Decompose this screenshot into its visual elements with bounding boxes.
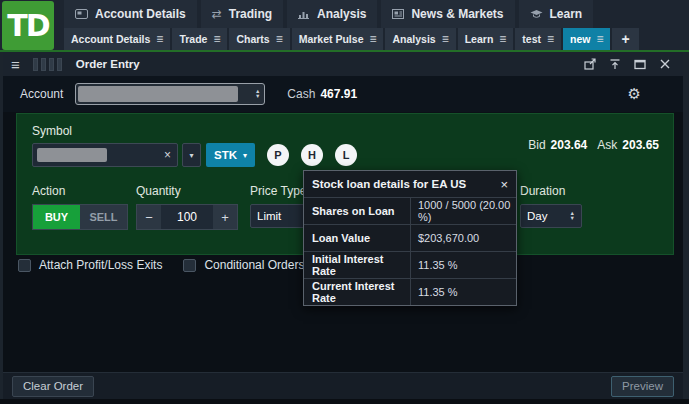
panel-menu-icon[interactable]: ≡ xyxy=(11,56,20,73)
menu-label: Learn xyxy=(550,7,583,21)
preview-button[interactable]: Preview xyxy=(611,376,674,397)
instrument-type-value: STK xyxy=(214,149,237,161)
menu-news-markets[interactable]: News & Markets xyxy=(381,0,514,28)
close-icon[interactable] xyxy=(655,56,675,73)
h-button[interactable]: H xyxy=(301,144,323,166)
cash-value: 467.91 xyxy=(320,87,357,101)
titlebar-controls xyxy=(580,56,683,73)
action-label: Action xyxy=(32,184,128,198)
sell-button[interactable]: SELL xyxy=(80,205,127,229)
quantity-value[interactable]: 100 xyxy=(161,205,213,229)
menu-label: Trading xyxy=(229,7,272,21)
popup-row-shares: Shares on Loan 1000 / 5000 (20.00 %) xyxy=(304,197,516,224)
app-window: Account Details ⇄ Trading Analysis News … xyxy=(0,0,689,404)
attach-exits-option[interactable]: Attach Profit/Loss Exits xyxy=(18,258,162,272)
tab-menu-icon[interactable]: ≡ xyxy=(499,32,506,46)
popup-row-label: Initial Interest Rate xyxy=(304,253,410,277)
duration-value: Day xyxy=(527,210,547,222)
buy-button[interactable]: BUY xyxy=(33,205,80,229)
menu-trading[interactable]: ⇄ Trading xyxy=(201,0,283,28)
account-value-redacted xyxy=(78,86,238,102)
menu-account-details[interactable]: Account Details xyxy=(64,0,197,28)
tab-label: test xyxy=(522,33,541,45)
maximize-icon[interactable] xyxy=(630,56,650,73)
symbol-dropdown-icon[interactable]: ▾ xyxy=(182,143,201,167)
instrument-type-dropdown[interactable]: STK ▾ xyxy=(206,143,255,167)
menu-learn[interactable]: Learn xyxy=(519,0,594,28)
drag-grip-handle[interactable] xyxy=(33,58,62,71)
attach-exits-checkbox[interactable] xyxy=(18,259,31,272)
popup-row-label: Loan Value xyxy=(304,232,410,244)
tab-account-details[interactable]: Account Details ≡ xyxy=(64,28,170,50)
symbol-label: Symbol xyxy=(32,124,72,138)
tab-new-active[interactable]: new ≡ xyxy=(563,28,610,50)
conditional-orders-checkbox[interactable] xyxy=(183,259,196,272)
popup-close-icon[interactable]: × xyxy=(500,177,508,192)
tab-market-pulse[interactable]: Market Pulse ≡ xyxy=(292,28,384,50)
duration-label: Duration xyxy=(520,184,582,198)
tab-trade[interactable]: Trade ≡ xyxy=(172,28,227,50)
learn-icon xyxy=(530,9,543,19)
menu-analysis[interactable]: Analysis xyxy=(287,0,377,28)
quantity-plus-button[interactable]: + xyxy=(213,205,237,229)
tab-menu-icon[interactable]: ≡ xyxy=(156,32,163,46)
tab-menu-icon[interactable]: ≡ xyxy=(369,32,376,46)
tab-learn[interactable]: Learn ≡ xyxy=(458,28,514,50)
stock-loan-popup: Stock loan details for EA US × Shares on… xyxy=(303,170,517,306)
account-spinner-icon[interactable]: ▲▼ xyxy=(255,89,264,100)
gear-icon[interactable]: ⚙ xyxy=(628,85,641,103)
quantity-minus-button[interactable]: − xyxy=(137,205,161,229)
tab-menu-icon[interactable]: ≡ xyxy=(442,32,449,46)
news-icon xyxy=(392,9,404,19)
l-button[interactable]: L xyxy=(335,144,357,166)
account-row: Account ▲▼ Cash467.91 ⚙ xyxy=(3,76,683,112)
tab-menu-icon[interactable]: ≡ xyxy=(596,32,603,46)
popout-icon[interactable] xyxy=(580,56,600,73)
cash-display: Cash467.91 xyxy=(287,87,357,101)
window-border-right xyxy=(683,52,689,399)
workspace-tabstrip: Account Details ≡ Trade ≡ Charts ≡ Marke… xyxy=(0,28,689,50)
tab-label: Market Pulse xyxy=(299,33,364,45)
conditional-orders-label: Conditional Orders xyxy=(204,258,304,272)
p-button[interactable]: P xyxy=(267,144,289,166)
analysis-icon xyxy=(298,9,310,19)
tab-menu-icon[interactable]: ≡ xyxy=(547,32,554,46)
tab-charts[interactable]: Charts ≡ xyxy=(229,28,289,50)
account-label: Account xyxy=(20,87,63,101)
tab-analysis[interactable]: Analysis ≡ xyxy=(385,28,455,50)
account-select[interactable]: ▲▼ xyxy=(75,83,265,105)
duration-spinner-icon: ▲▼ xyxy=(570,211,575,222)
popup-row-value: $203,670.00 xyxy=(410,225,516,251)
tab-label: new xyxy=(570,33,590,45)
add-tab-button[interactable]: + xyxy=(612,28,638,50)
bid-value: 203.64 xyxy=(551,138,588,152)
duration-group: Duration Day ▲▼ xyxy=(520,184,582,228)
caret-down-icon: ▾ xyxy=(243,151,247,160)
conditional-orders-option[interactable]: Conditional Orders xyxy=(183,258,304,272)
trading-icon: ⇄ xyxy=(212,7,222,21)
cash-label: Cash xyxy=(287,87,315,101)
popup-row-label: Shares on Loan xyxy=(304,205,410,217)
tab-menu-icon[interactable]: ≡ xyxy=(213,32,220,46)
bid-ask-display: Bid203.64Ask203.65 xyxy=(528,138,659,152)
symbol-input[interactable]: × xyxy=(32,143,178,167)
popup-row-value: 1000 / 5000 (20.00 %) xyxy=(410,198,516,224)
clear-order-button[interactable]: Clear Order xyxy=(12,376,94,397)
account-details-icon xyxy=(75,9,88,19)
popup-row-loan-value: Loan Value $203,670.00 xyxy=(304,224,516,251)
attach-exits-label: Attach Profit/Loss Exits xyxy=(39,258,162,272)
menu-label: Analysis xyxy=(317,7,366,21)
tab-label: Charts xyxy=(236,33,269,45)
plus-icon: + xyxy=(621,31,629,47)
quantity-label: Quantity xyxy=(136,184,238,198)
ask-label: Ask xyxy=(597,138,617,152)
symbol-value-redacted xyxy=(37,148,107,162)
tab-test[interactable]: test ≡ xyxy=(515,28,561,50)
duration-dropdown[interactable]: Day ▲▼ xyxy=(520,204,582,228)
popup-row-value: 11.35 % xyxy=(410,252,516,278)
pin-top-icon[interactable] xyxy=(605,56,625,73)
popup-title: Stock loan details for EA US xyxy=(312,178,466,190)
clear-symbol-icon[interactable]: × xyxy=(164,148,177,162)
tab-menu-icon[interactable]: ≡ xyxy=(276,32,283,46)
tab-label: Trade xyxy=(179,33,207,45)
